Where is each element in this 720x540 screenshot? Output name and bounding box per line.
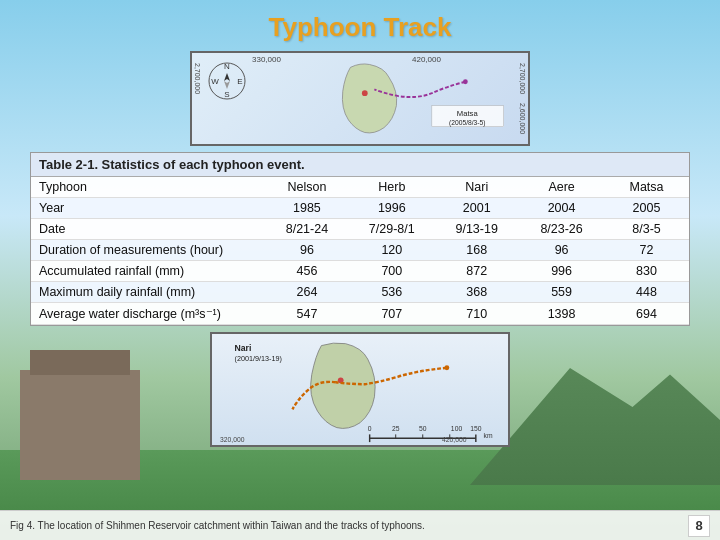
cell-aere-discharge: 1398 bbox=[519, 303, 604, 325]
svg-point-7 bbox=[362, 90, 368, 96]
table-row: Year 1985 1996 2001 2004 2005 bbox=[31, 198, 689, 219]
row-label-date: Date bbox=[31, 219, 264, 240]
svg-text:(2005/8/3-5): (2005/8/3-5) bbox=[449, 119, 485, 127]
cell-herb-discharge: 707 bbox=[349, 303, 434, 325]
cell-aere-rainfall: 996 bbox=[519, 261, 604, 282]
cell-aere-max-rainfall: 559 bbox=[519, 282, 604, 303]
cell-aere-date: 8/23-26 bbox=[519, 219, 604, 240]
cell-nari-discharge: 710 bbox=[434, 303, 519, 325]
cell-aere-typhoon: Aere bbox=[519, 177, 604, 198]
svg-text:Matsa: Matsa bbox=[457, 109, 479, 118]
cell-nari-max-rainfall: 368 bbox=[434, 282, 519, 303]
cell-matsa-typhoon: Matsa bbox=[604, 177, 689, 198]
svg-text:km: km bbox=[484, 432, 493, 439]
page-number: 8 bbox=[688, 515, 710, 537]
cell-herb-year: 1996 bbox=[349, 198, 434, 219]
cell-aere-duration: 96 bbox=[519, 240, 604, 261]
row-label-discharge: Average water discharge (m³s⁻¹) bbox=[31, 303, 264, 325]
row-label-year: Year bbox=[31, 198, 264, 219]
cell-matsa-discharge: 694 bbox=[604, 303, 689, 325]
svg-text:150: 150 bbox=[470, 425, 482, 432]
svg-point-8 bbox=[463, 79, 468, 84]
cell-aere-year: 2004 bbox=[519, 198, 604, 219]
cell-matsa-duration: 72 bbox=[604, 240, 689, 261]
row-label-rainfall: Accumulated rainfall (mm) bbox=[31, 261, 264, 282]
svg-text:320,000: 320,000 bbox=[220, 436, 245, 443]
table-row: Typhoon Nelson Herb Nari Aere Matsa bbox=[31, 177, 689, 198]
cell-matsa-year: 2005 bbox=[604, 198, 689, 219]
cell-nelson-typhoon: Nelson bbox=[264, 177, 349, 198]
data-table: Typhoon Nelson Herb Nari Aere Matsa Year… bbox=[31, 177, 689, 325]
svg-text:50: 50 bbox=[419, 425, 427, 432]
row-label-typhoon: Typhoon bbox=[31, 177, 264, 198]
cell-nelson-max-rainfall: 264 bbox=[264, 282, 349, 303]
svg-text:(2001/9/13-19): (2001/9/13-19) bbox=[235, 354, 282, 363]
table-row: Date 8/21-24 7/29-8/1 9/13-19 8/23-26 8/… bbox=[31, 219, 689, 240]
page-title: Typhoon Track bbox=[0, 12, 720, 43]
table-row: Average water discharge (m³s⁻¹) 547 707 … bbox=[31, 303, 689, 325]
table-body: Typhoon Nelson Herb Nari Aere Matsa Year… bbox=[31, 177, 689, 325]
cell-matsa-rainfall: 830 bbox=[604, 261, 689, 282]
cell-nari-duration: 168 bbox=[434, 240, 519, 261]
table-row: Duration of measurements (hour) 96 120 1… bbox=[31, 240, 689, 261]
svg-text:Nari: Nari bbox=[235, 343, 252, 353]
main-content: Typhoon Track 330,000 420,000 2,700,000 … bbox=[0, 0, 720, 447]
track-map-top: Matsa (2005/8/3-5) bbox=[192, 53, 528, 144]
cell-matsa-max-rainfall: 448 bbox=[604, 282, 689, 303]
footer-text: Fig 4. The location of Shihmen Reservoir… bbox=[10, 520, 425, 531]
cell-herb-typhoon: Herb bbox=[349, 177, 434, 198]
table-row: Maximum daily rainfall (mm) 264 536 368 … bbox=[31, 282, 689, 303]
map-bottom: Nari (2001/9/13-19) 0 25 50 100 150 km 3… bbox=[210, 332, 510, 447]
cell-nari-typhoon: Nari bbox=[434, 177, 519, 198]
cell-herb-max-rainfall: 536 bbox=[349, 282, 434, 303]
svg-text:25: 25 bbox=[392, 425, 400, 432]
cell-herb-rainfall: 700 bbox=[349, 261, 434, 282]
row-label-max-rainfall: Maximum daily rainfall (mm) bbox=[31, 282, 264, 303]
table-row: Accumulated rainfall (mm) 456 700 872 99… bbox=[31, 261, 689, 282]
svg-text:0: 0 bbox=[368, 425, 372, 432]
cell-nelson-year: 1985 bbox=[264, 198, 349, 219]
row-label-duration: Duration of measurements (hour) bbox=[31, 240, 264, 261]
track-map-bottom: Nari (2001/9/13-19) 0 25 50 100 150 km 3… bbox=[212, 334, 508, 445]
footer: Fig 4. The location of Shihmen Reservoir… bbox=[0, 510, 720, 540]
title-bar: Typhoon Track bbox=[0, 0, 720, 51]
cell-nelson-date: 8/21-24 bbox=[264, 219, 349, 240]
table-caption: Table 2-1. Statistics of each typhoon ev… bbox=[31, 153, 689, 177]
cell-herb-date: 7/29-8/1 bbox=[349, 219, 434, 240]
cell-nari-year: 2001 bbox=[434, 198, 519, 219]
svg-text:100: 100 bbox=[451, 425, 463, 432]
cell-nari-date: 9/13-19 bbox=[434, 219, 519, 240]
map-top-inner: 330,000 420,000 2,700,000 2,600,000 2,70… bbox=[192, 53, 528, 144]
cell-herb-duration: 120 bbox=[349, 240, 434, 261]
cell-matsa-date: 8/3-5 bbox=[604, 219, 689, 240]
data-table-wrapper: Table 2-1. Statistics of each typhoon ev… bbox=[30, 152, 690, 326]
cell-nari-rainfall: 872 bbox=[434, 261, 519, 282]
svg-text:420,000: 420,000 bbox=[442, 436, 467, 443]
cell-nelson-rainfall: 456 bbox=[264, 261, 349, 282]
map-top: 330,000 420,000 2,700,000 2,600,000 2,70… bbox=[190, 51, 530, 146]
map-bottom-inner: Nari (2001/9/13-19) 0 25 50 100 150 km 3… bbox=[212, 334, 508, 445]
cell-nelson-discharge: 547 bbox=[264, 303, 349, 325]
svg-point-13 bbox=[444, 365, 449, 370]
cell-nelson-duration: 96 bbox=[264, 240, 349, 261]
